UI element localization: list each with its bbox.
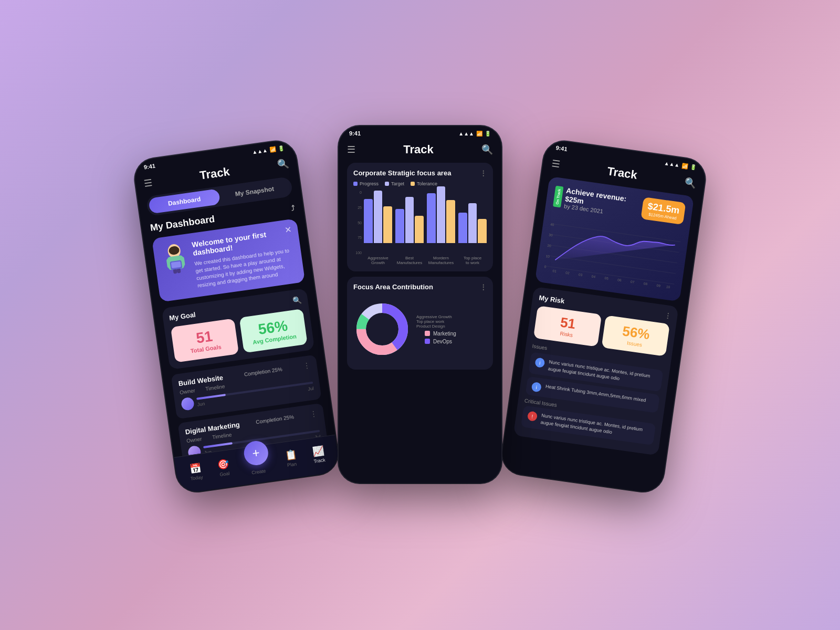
bar-g3-target [468, 203, 477, 243]
welcome-card: ✕ [152, 218, 305, 302]
task-menu-0[interactable]: ⋮ [302, 361, 311, 370]
share-icon[interactable]: ⤴ [290, 204, 295, 213]
svg-text:06: 06 [617, 278, 622, 282]
welcome-text: Welcome to your first dashboard! We crea… [191, 227, 297, 290]
wifi-icon-c: 📶 [476, 131, 482, 136]
bar-g2-progress [427, 193, 436, 243]
timeline-start-0: Jun [197, 401, 205, 407]
svg-point-13 [366, 313, 398, 345]
issues-card: 56% Issues [602, 315, 670, 356]
timeline-end-0: Jul [308, 386, 314, 392]
timeline-label-0: Timeline [205, 383, 226, 392]
status-bar-center: 9:41 ▲▲▲ 📶 🔋 [339, 126, 501, 139]
total-goals-card: 51 Total Goals [171, 318, 239, 362]
bar-group-2 [427, 186, 455, 243]
chart-menu-icon[interactable]: ⋮ [480, 169, 487, 177]
bar-group-0 [364, 191, 392, 243]
risks-card: 51 Risks [533, 306, 602, 347]
battery-icon-c: 🔋 [485, 131, 491, 136]
battery-icon-r: 🔋 [689, 163, 696, 170]
corporate-chart-card: Corporate Stratigic focus area ⋮ Progres… [347, 163, 493, 271]
legend-progress: Progress [353, 181, 379, 186]
svg-text:10: 10 [545, 254, 550, 258]
bar-chart-wrapper: 100 75 50 25 0 [353, 191, 487, 265]
bar-g0-progress [364, 199, 373, 243]
track-icon: 📈 [312, 445, 325, 458]
legend-dot-progress [353, 182, 358, 186]
donut-legend: Marketing DevOps [425, 331, 487, 344]
corporate-chart-title: Corporate Stratigic focus area ⋮ [353, 169, 487, 177]
search-icon-left[interactable]: 🔍 [276, 158, 289, 171]
focus-label-1: Top place work [416, 319, 487, 324]
focus-area-title: Focus Area Contribution ⋮ [353, 283, 487, 291]
status-time-right: 9:41 [555, 144, 568, 152]
phone-right-content: ☰ Track 🔍 On Track Achieve revenue: $25m… [501, 151, 706, 486]
owner-label-1: Owner [186, 436, 202, 444]
legend-tolerance: Tolerance [411, 181, 437, 186]
bar-g0-target [374, 191, 383, 243]
legend-devops: DevOps [425, 339, 487, 344]
svg-text:01: 01 [552, 269, 556, 273]
bar-labels: AggressiveGrowth BestManufactures Morder… [364, 256, 487, 265]
status-icons-center: ▲▲▲ 📶 🔋 [458, 131, 491, 136]
nav-track[interactable]: 📈 Track [311, 445, 326, 464]
issue-critical-icon-0: ! [527, 411, 538, 422]
nav-plan[interactable]: 📋 Plan [284, 449, 298, 468]
search-icon-center[interactable]: 🔍 [481, 144, 493, 155]
signal-icon: ▲▲▲ [251, 147, 268, 155]
revenue-amount-badge: $21.5m $1245m Ahead [640, 197, 686, 225]
phone-center-header: ☰ Track 🔍 [347, 139, 493, 163]
legend-marketing: Marketing [425, 331, 487, 337]
focus-area-content: Aggressive Growth Top place work Product… [353, 295, 487, 363]
wifi-icon-r: 📶 [681, 162, 688, 169]
search-icon-right[interactable]: 🔍 [684, 176, 697, 190]
focus-label-2: Product Design [416, 324, 487, 329]
nav-goal[interactable]: 🎯 Goal [217, 458, 231, 478]
bar-group-1 [395, 197, 424, 243]
welcome-content: Welcome to your first dashboard! We crea… [160, 227, 297, 294]
svg-text:02: 02 [565, 270, 570, 275]
focus-area-card: Focus Area Contribution ⋮ [347, 277, 493, 370]
dot-devops [425, 339, 430, 344]
status-time-center: 9:41 [349, 130, 361, 136]
svg-text:04: 04 [591, 274, 595, 278]
revenue-card: On Track Achieve revenue: $25m by 23 dec… [535, 176, 694, 302]
owner-label-0: Owner [180, 387, 196, 395]
bar-g2-tolerance [446, 200, 455, 243]
bar-g1-target [405, 197, 414, 243]
search-icon-goal[interactable]: 🔍 [292, 295, 302, 304]
dot-marketing [425, 331, 430, 336]
timeline-label-1: Timeline [212, 432, 232, 440]
goal-label: My Goal [169, 310, 196, 322]
avg-completion-card: 56% Avg Completion [239, 309, 308, 353]
task-menu-1[interactable]: ⋮ [309, 409, 318, 418]
bar-label-1: BestManufactures [395, 256, 424, 265]
close-icon[interactable]: ✕ [284, 225, 292, 236]
phone-center: 9:41 ▲▲▲ 📶 🔋 ☰ Track 🔍 Corporate Stratig… [339, 126, 501, 483]
svg-text:07: 07 [631, 280, 635, 284]
focus-label-0: Aggressive Growth [416, 314, 487, 319]
nav-today[interactable]: 📅 Today [188, 462, 204, 481]
menu-icon-center[interactable]: ☰ [347, 144, 355, 155]
bar-chart [364, 191, 487, 254]
phones-container: 9:41 ▲▲▲ 📶 🔋 ☰ Track 🔍 Dashboard My Snap… [165, 136, 675, 494]
nav-create[interactable]: + Create [244, 450, 271, 476]
create-plus-icon: + [251, 445, 261, 461]
issue-info-icon-0: i [534, 358, 545, 368]
phone-right: 9:41 ▲▲▲ 📶 🔋 ☰ Track 🔍 On Track Achi [500, 139, 708, 494]
app-title-center: Track [355, 143, 481, 156]
bar-g1-progress [395, 209, 404, 243]
avatar-0 [181, 397, 195, 411]
svg-text:09: 09 [656, 284, 660, 288]
svg-text:03: 03 [579, 272, 583, 277]
issue-info-icon-1: i [531, 382, 542, 392]
svg-text:0: 0 [544, 265, 547, 268]
focus-menu-icon[interactable]: ⋮ [480, 283, 487, 291]
risk-menu-icon[interactable]: ⋮ [664, 311, 671, 320]
risk-section: My Risk ⋮ 51 Risks 56% Issues Issues [513, 287, 679, 456]
bar-chart-inner: AggressiveGrowth BestManufactures Morder… [364, 191, 487, 265]
battery-icon: 🔋 [278, 145, 285, 152]
legend-dot-tolerance [411, 182, 415, 186]
signal-icon-c: ▲▲▲ [458, 131, 474, 136]
svg-text:40: 40 [550, 222, 554, 226]
